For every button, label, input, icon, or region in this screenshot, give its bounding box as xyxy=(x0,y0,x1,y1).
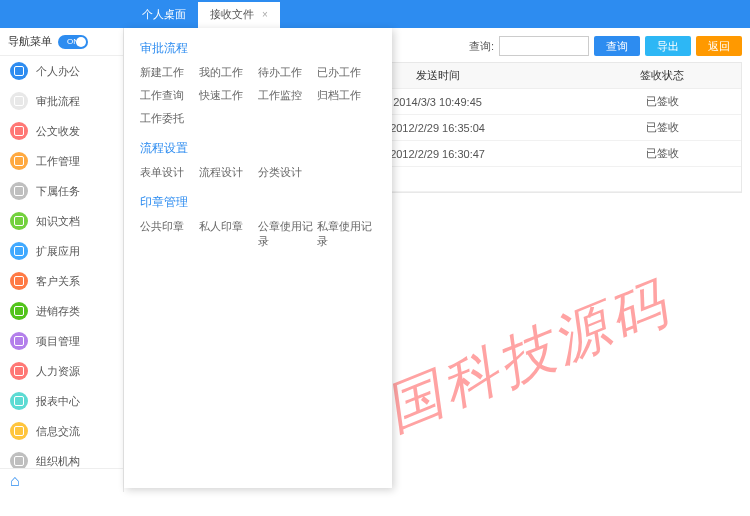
sidebar-item-icon xyxy=(10,152,28,170)
sidebar-item[interactable]: 工作管理 xyxy=(0,146,123,176)
sidebar-item-icon xyxy=(10,302,28,320)
mega-link[interactable]: 流程设计 xyxy=(199,165,258,180)
sidebar-nav-list: 个人办公审批流程公文收发工作管理下属任务知识文档扩展应用客户关系进销存类项目管理… xyxy=(0,56,123,468)
mega-link[interactable]: 快速工作 xyxy=(199,88,258,103)
sidebar-item-icon xyxy=(10,452,28,468)
sidebar-item-icon xyxy=(10,422,28,440)
mega-link[interactable]: 待办工作 xyxy=(258,65,317,80)
sidebar-item-label: 客户关系 xyxy=(36,274,80,289)
sidebar-item-icon xyxy=(10,392,28,410)
col-status: 签收状态 xyxy=(583,63,741,89)
sidebar-header: 导航菜单 ON xyxy=(0,28,123,56)
sidebar: 导航菜单 ON 个人办公审批流程公文收发工作管理下属任务知识文档扩展应用客户关系… xyxy=(0,28,124,492)
sidebar-item[interactable]: 组织机构 xyxy=(0,446,123,468)
mega-menu: 审批流程 新建工作我的工作待办工作已办工作工作查询快速工作工作监控归档工作工作委… xyxy=(124,28,392,488)
search-label: 查询: xyxy=(469,39,494,54)
search-input[interactable] xyxy=(499,36,589,56)
sidebar-item-icon xyxy=(10,272,28,290)
cell-status: 已签收 xyxy=(583,89,741,115)
sidebar-item[interactable]: 审批流程 xyxy=(0,86,123,116)
mega-link[interactable]: 归档工作 xyxy=(317,88,376,103)
sidebar-item-label: 公文收发 xyxy=(36,124,80,139)
sidebar-item[interactable]: 个人办公 xyxy=(0,56,123,86)
mega-link[interactable]: 工作查询 xyxy=(140,88,199,103)
mega-link[interactable]: 公章使用记录 xyxy=(258,219,317,249)
sidebar-item[interactable]: 人力资源 xyxy=(0,356,123,386)
sidebar-item[interactable]: 下属任务 xyxy=(0,176,123,206)
mega-link[interactable]: 私章使用记录 xyxy=(317,219,376,249)
sidebar-item-label: 审批流程 xyxy=(36,94,80,109)
sidebar-item[interactable]: 客户关系 xyxy=(0,266,123,296)
sidebar-item[interactable]: 信息交流 xyxy=(0,416,123,446)
sidebar-item[interactable]: 扩展应用 xyxy=(0,236,123,266)
sidebar-item-icon xyxy=(10,242,28,260)
sidebar-item-label: 组织机构 xyxy=(36,454,80,469)
sidebar-item-icon xyxy=(10,92,28,110)
sidebar-item-label: 项目管理 xyxy=(36,334,80,349)
sidebar-item-icon xyxy=(10,212,28,230)
cell-status: 已签收 xyxy=(583,141,741,167)
mega-link[interactable]: 分类设计 xyxy=(258,165,317,180)
cell-status: 已签收 xyxy=(583,115,741,141)
query-button[interactable]: 查询 xyxy=(594,36,640,56)
tab-label: 接收文件 xyxy=(210,8,254,20)
home-icon[interactable]: ⌂ xyxy=(10,472,20,490)
nav-toggle[interactable]: ON xyxy=(58,35,88,49)
sidebar-item-label: 进销存类 xyxy=(36,304,80,319)
close-icon[interactable]: × xyxy=(262,9,268,20)
mega-section-title: 流程设置 xyxy=(140,140,376,157)
mega-link[interactable]: 私人印章 xyxy=(199,219,258,249)
sidebar-item-label: 知识文档 xyxy=(36,214,80,229)
mega-link[interactable]: 已办工作 xyxy=(317,65,376,80)
sidebar-item-label: 工作管理 xyxy=(36,154,80,169)
mega-link[interactable]: 公共印章 xyxy=(140,219,199,249)
nav-label: 导航菜单 xyxy=(8,34,52,49)
sidebar-item-icon xyxy=(10,182,28,200)
sidebar-item[interactable]: 项目管理 xyxy=(0,326,123,356)
export-button[interactable]: 导出 xyxy=(645,36,691,56)
sidebar-item-icon xyxy=(10,362,28,380)
mega-link[interactable]: 表单设计 xyxy=(140,165,199,180)
sidebar-item-label: 人力资源 xyxy=(36,364,80,379)
tab-receive-files[interactable]: 接收文件 × xyxy=(198,0,280,28)
mega-section-title: 印章管理 xyxy=(140,194,376,211)
back-button[interactable]: 返回 xyxy=(696,36,742,56)
sidebar-item-icon xyxy=(10,332,28,350)
mega-link[interactable]: 工作委托 xyxy=(140,111,199,126)
sidebar-item[interactable]: 公文收发 xyxy=(0,116,123,146)
sidebar-item-icon xyxy=(10,122,28,140)
sidebar-footer: ⌂ xyxy=(0,468,123,492)
sidebar-item-label: 扩展应用 xyxy=(36,244,80,259)
top-tab-bar: 个人桌面 接收文件 × xyxy=(0,0,750,28)
sidebar-item[interactable]: 进销存类 xyxy=(0,296,123,326)
sidebar-item[interactable]: 知识文档 xyxy=(0,206,123,236)
sidebar-item-icon xyxy=(10,62,28,80)
sidebar-item-label: 信息交流 xyxy=(36,424,80,439)
sidebar-item-label: 报表中心 xyxy=(36,394,80,409)
tab-desktop[interactable]: 个人桌面 xyxy=(130,0,198,28)
sidebar-item-label: 下属任务 xyxy=(36,184,80,199)
mega-link[interactable]: 工作监控 xyxy=(258,88,317,103)
sidebar-item[interactable]: 报表中心 xyxy=(0,386,123,416)
mega-link[interactable]: 我的工作 xyxy=(199,65,258,80)
mega-link[interactable]: 新建工作 xyxy=(140,65,199,80)
sidebar-item-label: 个人办公 xyxy=(36,64,80,79)
mega-section-title: 审批流程 xyxy=(140,40,376,57)
